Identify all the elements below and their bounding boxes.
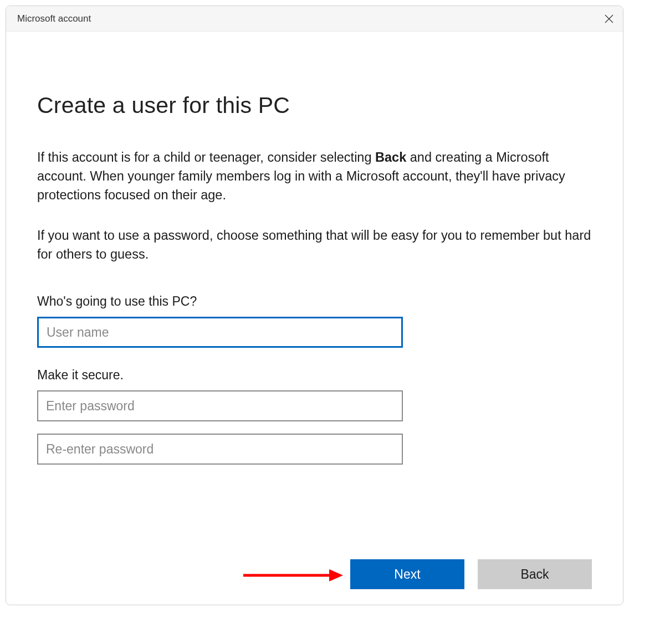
close-button[interactable] bbox=[595, 6, 623, 32]
back-button[interactable]: Back bbox=[478, 559, 592, 589]
info-paragraph-1: If this account is for a child or teenag… bbox=[37, 148, 591, 204]
close-icon bbox=[605, 14, 613, 23]
paragraph1-bold: Back bbox=[375, 150, 406, 164]
username-section-label: Who's going to use this PC? bbox=[37, 294, 592, 309]
password-section-label: Make it secure. bbox=[37, 368, 592, 383]
paragraph1-pre: If this account is for a child or teenag… bbox=[37, 150, 375, 164]
info-paragraph-2: If you want to use a password, choose so… bbox=[37, 226, 591, 264]
password-input[interactable] bbox=[37, 390, 403, 421]
dialog-window: Microsoft account Create a user for this… bbox=[6, 6, 623, 605]
titlebar: Microsoft account bbox=[6, 6, 623, 32]
page-heading: Create a user for this PC bbox=[37, 92, 592, 119]
button-row: Next Back bbox=[6, 559, 623, 589]
confirm-password-input[interactable] bbox=[37, 434, 403, 465]
next-button[interactable]: Next bbox=[350, 559, 464, 589]
username-input[interactable] bbox=[37, 317, 403, 348]
dialog-content: Create a user for this PC If this accoun… bbox=[6, 32, 623, 605]
window-title: Microsoft account bbox=[17, 13, 91, 24]
